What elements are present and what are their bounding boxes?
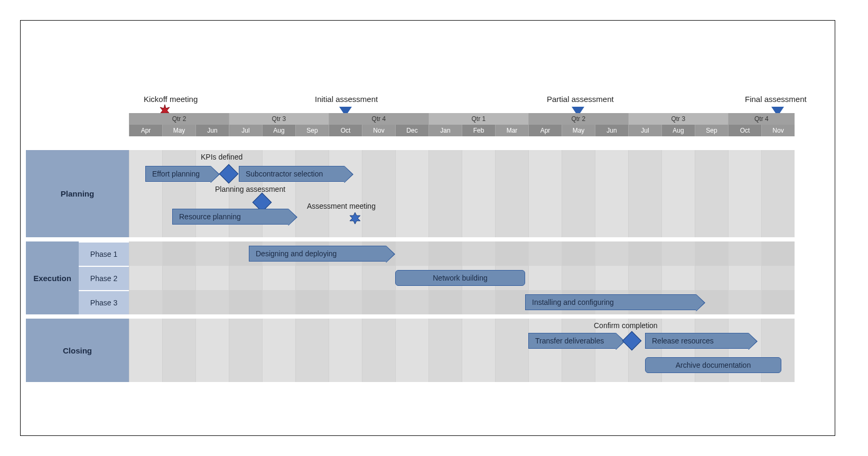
top-marker-kickoff-label: Kickoff meeting — [144, 95, 198, 104]
month-header: Sep — [295, 125, 329, 136]
month-header: Jan — [428, 125, 462, 136]
subgroup-phase1: Phase 1 — [79, 241, 129, 266]
month-header: Jun — [595, 125, 628, 136]
star-icon — [349, 212, 361, 226]
quarter-header: Qtr 3 — [628, 113, 728, 125]
group-closing: Closing — [26, 319, 129, 382]
month-header: Apr — [129, 125, 162, 136]
diagram-frame: Kickoff meeting Initial assessment Parti… — [20, 20, 835, 436]
month-header: Aug — [262, 125, 295, 136]
top-marker-initial-label: Initial assessment — [315, 95, 378, 104]
month-header: Oct — [329, 125, 362, 136]
task-network: Network building — [395, 270, 525, 286]
month-header: Mar — [495, 125, 528, 136]
month-header: Apr — [528, 125, 562, 136]
quarter-header: Qtr 1 — [428, 113, 528, 125]
month-header: Dec — [395, 125, 428, 136]
month-header: May — [162, 125, 195, 136]
month-header: Aug — [661, 125, 695, 136]
milestone-assessmtg-label: Assessment meeting — [307, 202, 376, 210]
month-header: Jul — [628, 125, 661, 136]
month-header: Jul — [229, 125, 262, 136]
quarter-header: Qtr 4 — [728, 113, 795, 125]
svg-marker-1 — [350, 212, 360, 224]
month-header: Feb — [462, 125, 495, 136]
quarter-header: Qtr 2 — [129, 113, 229, 125]
task-installing: Installing and configuring — [525, 294, 696, 310]
month-header: Sep — [695, 125, 728, 136]
quarter-header: Qtr 2 — [528, 113, 628, 125]
quarter-header: Qtr 4 — [329, 113, 428, 125]
month-header: Nov — [362, 125, 395, 136]
task-resource-planning: Resource planning — [172, 209, 288, 225]
month-header: Oct — [728, 125, 761, 136]
task-effort-planning: Effort planning — [145, 166, 211, 182]
task-subcontractor: Subcontractor selection — [239, 166, 344, 182]
milestone-confirm-label: Confirm completion — [594, 321, 658, 330]
lane-phase1 — [129, 241, 795, 266]
task-archive: Archive documentation — [645, 357, 781, 373]
milestone-kpi-label: KPIs defined — [201, 153, 242, 161]
task-transfer: Transfer deliverables — [528, 333, 616, 349]
month-header: May — [562, 125, 595, 136]
month-header: Nov — [761, 125, 795, 136]
task-release: Release resources — [645, 333, 749, 349]
subgroup-phase3: Phase 3 — [79, 290, 129, 314]
timeline-header: Qtr 2Qtr 3Qtr 4Qtr 1Qtr 2Qtr 3Qtr 4 AprM… — [129, 113, 795, 136]
top-marker-final-label: Final assessment — [745, 95, 807, 104]
task-designing: Designing and deploying — [249, 246, 386, 262]
quarter-header: Qtr 3 — [229, 113, 329, 125]
milestone-planassess-label: Planning assessment — [215, 185, 285, 193]
group-planning: Planning — [26, 150, 129, 237]
subgroup-phase2: Phase 2 — [79, 266, 129, 290]
group-execution: Execution — [26, 241, 79, 314]
top-marker-partial-label: Partial assessment — [547, 95, 614, 104]
month-header: Jun — [195, 125, 229, 136]
